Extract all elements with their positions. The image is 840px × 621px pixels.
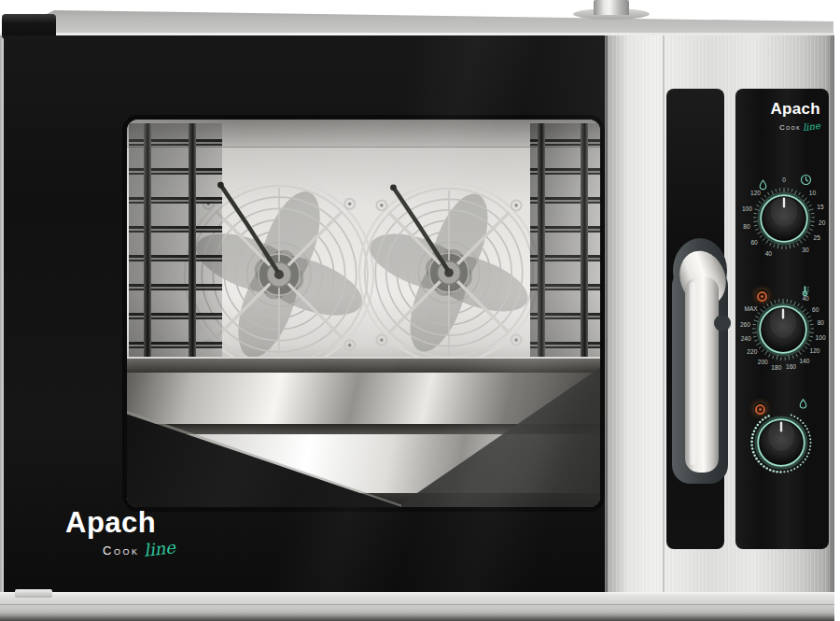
svg-text:30: 30: [802, 247, 809, 253]
oven-door[interactable]: Apach Cookline: [4, 35, 605, 592]
svg-text:25: 25: [813, 234, 820, 241]
lamp-orange-icon: [754, 402, 766, 415]
svg-text:160: 160: [786, 363, 796, 370]
brand-logo-door: Apach Cookline: [65, 508, 175, 558]
brand-line: line: [143, 537, 176, 559]
svg-text:60: 60: [750, 239, 758, 246]
svg-text:200: 200: [758, 359, 768, 365]
door-foot-bracket: [15, 589, 52, 598]
svg-text:20: 20: [819, 219, 826, 226]
svg-text:100: 100: [816, 334, 826, 341]
clock-icon: [800, 173, 812, 185]
svg-text:10: 10: [809, 190, 817, 196]
svg-text:100: 100: [742, 205, 752, 212]
svg-text:120: 120: [809, 347, 819, 354]
column-seam: [605, 35, 608, 592]
brand-name: Apach: [65, 508, 175, 537]
thermometer-icon: [799, 284, 811, 296]
door-glass-window: [125, 118, 602, 509]
svg-text:MAX: MAX: [744, 305, 758, 312]
brand-cook: Cook: [779, 123, 801, 132]
svg-text:0: 0: [782, 176, 786, 183]
svg-text:15: 15: [817, 204, 824, 210]
lamp-orange-icon: [756, 289, 768, 302]
control-panel: Apach Cookline 01015202530406080100120 4…: [735, 89, 829, 549]
steam-icon: [797, 397, 809, 409]
svg-text:40: 40: [765, 250, 773, 257]
flame-icon: [757, 178, 769, 191]
temperature-knob[interactable]: 406080100120140160180200220240260MAX: [727, 274, 839, 386]
brand-name: Apach: [771, 101, 820, 117]
svg-text:180: 180: [771, 364, 781, 371]
convection-oven-product-photo: Apach Cookline: [0, 0, 840, 621]
svg-text:140: 140: [799, 358, 809, 364]
brand-logo-panel: Apach Cookline: [771, 101, 820, 134]
knobs-area: 01015202530406080100120 4060801001201401…: [735, 89, 829, 549]
svg-text:80: 80: [818, 319, 825, 326]
base-groove: [0, 604, 834, 605]
svg-text:80: 80: [743, 223, 750, 230]
chimney-vent: [594, 0, 629, 15]
base-plinth: [0, 592, 834, 621]
svg-text:60: 60: [812, 306, 819, 313]
svg-text:220: 220: [747, 348, 757, 355]
brand-line: line: [803, 120, 821, 133]
right-side-column: Apach Cookline 01015202530406080100120 4…: [605, 35, 834, 592]
door-handle[interactable]: [653, 222, 743, 495]
brand-cook: Cook: [103, 543, 139, 557]
tray-back-edge: [127, 357, 600, 373]
timer-knob[interactable]: 01015202530406080100120: [728, 162, 840, 275]
